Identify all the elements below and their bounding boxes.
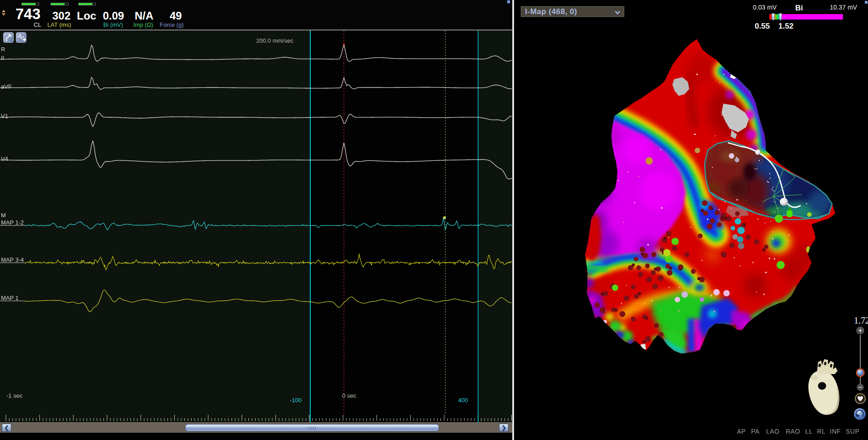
svg-text:M: M (1, 212, 6, 219)
svg-text:MAP 1-2: MAP 1-2 (1, 219, 24, 226)
svg-text:R: R (1, 46, 5, 53)
svg-text:V1: V1 (1, 113, 8, 120)
svg-text:MAP 1: MAP 1 (1, 295, 19, 301)
svg-text:V4: V4 (1, 155, 8, 162)
svg-text:-1 sec: -1 sec (6, 392, 23, 399)
svg-text:200.0 mm/sec: 200.0 mm/sec (256, 37, 293, 44)
svg-text:0 sec: 0 sec (342, 392, 357, 399)
svg-text:-100: -100 (290, 397, 302, 404)
svg-text:L: L (589, 276, 591, 281)
svg-text:400: 400 (458, 397, 468, 404)
svg-text:MAP 3-4: MAP 3-4 (1, 256, 24, 263)
svg-text:II: II (1, 55, 4, 61)
svg-text:1.72: 1.72 (854, 315, 868, 325)
svg-text:aVF: aVF (1, 83, 12, 90)
